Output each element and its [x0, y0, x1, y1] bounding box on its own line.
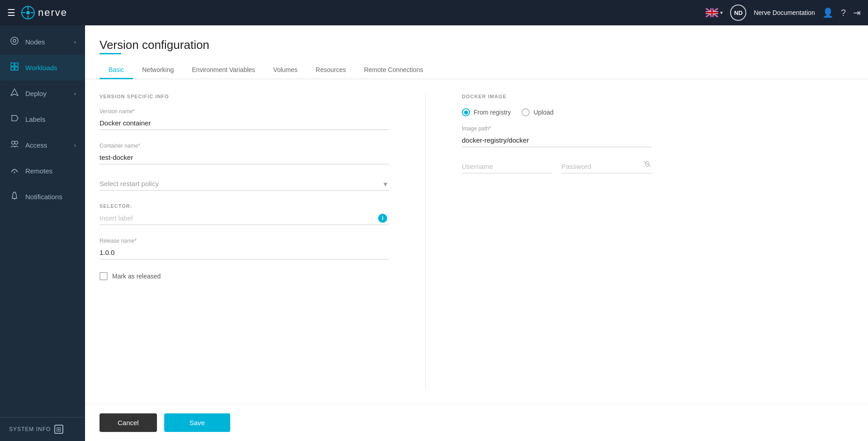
tab-resources[interactable]: Resources — [307, 62, 355, 79]
selector-label: SELECTOR: — [100, 203, 389, 209]
sidebar-item-label-workloads: Workloads — [25, 64, 76, 72]
container-name-group: Container name* — [100, 143, 389, 164]
sidebar-item-label-system-info: SYSTEM INFO — [9, 426, 51, 432]
version-name-group: Version name* — [100, 108, 389, 130]
sidebar: Nodes › Workloads Deploy › L — [0, 25, 85, 441]
form-divider — [425, 94, 426, 389]
release-name-input[interactable] — [100, 246, 389, 259]
notifications-icon — [9, 191, 20, 202]
sidebar-item-label-deploy: Deploy — [25, 90, 69, 97]
sidebar-item-notifications[interactable]: Notifications — [0, 184, 85, 210]
svg-rect-18 — [15, 63, 18, 66]
labels-icon — [9, 114, 20, 125]
nerve-logo: nerve — [21, 5, 67, 20]
release-name-group: Release name* — [100, 238, 389, 259]
upload-radio-option[interactable]: Upload — [522, 108, 553, 116]
password-group — [561, 160, 652, 173]
topbar-left: ☰ nerve — [7, 5, 67, 20]
sidebar-item-labels[interactable]: Labels — [0, 106, 85, 132]
access-icon — [9, 139, 20, 151]
container-name-input[interactable] — [100, 151, 389, 164]
user-avatar[interactable]: ND — [730, 5, 746, 21]
deploy-icon — [9, 88, 20, 99]
sidebar-item-nodes[interactable]: Nodes › — [0, 29, 85, 55]
restart-policy-select[interactable]: Select restart policy Always On failure … — [100, 177, 389, 191]
profile-icon[interactable]: 👤 — [822, 7, 834, 18]
password-input[interactable] — [561, 160, 652, 173]
mark-released-label: Mark as released — [112, 273, 161, 280]
selector-group: SELECTOR: i — [100, 203, 389, 225]
tab-networking[interactable]: Networking — [133, 62, 183, 79]
help-icon[interactable]: ? — [841, 8, 846, 18]
svg-point-1 — [26, 11, 30, 14]
sidebar-item-label-nodes: Nodes — [25, 38, 69, 46]
deploy-arrow: › — [74, 91, 76, 97]
nerve-logo-svg — [21, 5, 35, 20]
sidebar-item-deploy[interactable]: Deploy › — [0, 81, 85, 106]
tab-remote-connections[interactable]: Remote Connections — [355, 62, 432, 79]
sidebar-item-label-notifications: Notifications — [25, 193, 76, 201]
access-arrow: › — [74, 142, 76, 149]
image-path-input[interactable] — [462, 134, 652, 147]
page-title: Version configuration — [100, 38, 854, 52]
image-path-group: Image path* — [462, 125, 652, 147]
registry-radio-inner — [464, 110, 468, 115]
image-source-radio-group: From registry Upload — [462, 108, 652, 116]
tab-basic[interactable]: Basic — [100, 62, 133, 79]
sidebar-item-label-access: Access — [25, 141, 69, 149]
image-path-label: Image path* — [462, 125, 652, 132]
sidebar-nav: Nodes › Workloads Deploy › L — [0, 25, 85, 417]
footer: Cancel Save — [85, 404, 868, 441]
nerve-doc-link[interactable]: Nerve Documentation — [754, 9, 815, 16]
cancel-button[interactable]: Cancel — [100, 413, 157, 432]
sidebar-item-access[interactable]: Access › — [0, 132, 85, 158]
menu-icon[interactable]: ☰ — [7, 7, 15, 18]
registry-radio-label: From registry — [474, 109, 511, 116]
svg-point-24 — [14, 172, 15, 173]
version-name-input[interactable] — [100, 116, 389, 130]
save-button[interactable]: Save — [164, 413, 230, 432]
version-name-label: Version name* — [100, 108, 389, 115]
sidebar-item-workloads[interactable]: Workloads — [0, 55, 85, 81]
main-layout: Nodes › Workloads Deploy › L — [0, 25, 868, 441]
upload-radio-circle[interactable] — [522, 108, 530, 116]
restart-policy-group: Select restart policy Always On failure … — [100, 177, 389, 191]
sidebar-item-label-remotes: Remotes — [25, 167, 76, 175]
nodes-icon — [9, 36, 20, 48]
svg-point-22 — [12, 141, 15, 144]
system-info-button[interactable]: SYSTEM INFO ⊞ — [9, 425, 76, 434]
svg-rect-17 — [11, 63, 14, 66]
svg-rect-19 — [11, 67, 14, 70]
topbar: ☰ nerve — [0, 0, 868, 25]
language-selector[interactable]: ▾ — [706, 8, 723, 17]
tab-environment-variables[interactable]: Environment Variables — [183, 62, 264, 79]
username-input[interactable] — [462, 160, 552, 173]
content-header: Version configuration Basic Networking E… — [85, 25, 868, 79]
credentials-row — [462, 160, 652, 186]
svg-rect-20 — [15, 67, 18, 70]
tab-volumes[interactable]: Volumes — [264, 62, 307, 79]
mark-released-checkbox[interactable] — [100, 272, 108, 280]
form-left: VERSION SPECIFIC INFO Version name* Cont… — [100, 94, 389, 389]
content-area: Version configuration Basic Networking E… — [85, 25, 868, 441]
topbar-right: ▾ ND Nerve Documentation 👤 ? ⇥ — [706, 5, 861, 21]
mark-released-wrapper[interactable]: Mark as released — [100, 272, 389, 280]
mark-released-group: Mark as released — [100, 272, 389, 280]
logout-icon[interactable]: ⇥ — [853, 7, 861, 18]
flag-icon — [706, 8, 718, 17]
info-icon[interactable]: i — [378, 214, 387, 223]
sidebar-item-remotes[interactable]: Remotes — [0, 158, 85, 184]
remotes-icon — [9, 165, 20, 177]
logo-text: nerve — [38, 7, 67, 19]
registry-radio-circle[interactable] — [462, 108, 470, 116]
svg-marker-21 — [12, 115, 18, 121]
password-visibility-icon[interactable] — [643, 160, 652, 170]
sidebar-bottom: SYSTEM INFO ⊞ — [0, 417, 85, 441]
form-right: DOCKER IMAGE From registry Upload Image — [462, 94, 652, 389]
nodes-arrow: › — [74, 39, 76, 45]
workloads-icon — [9, 62, 20, 73]
insert-label-input[interactable] — [100, 211, 389, 225]
insert-label-wrapper: i — [100, 211, 389, 225]
version-section-label: VERSION SPECIFIC INFO — [100, 94, 389, 99]
registry-radio-option[interactable]: From registry — [462, 108, 511, 116]
